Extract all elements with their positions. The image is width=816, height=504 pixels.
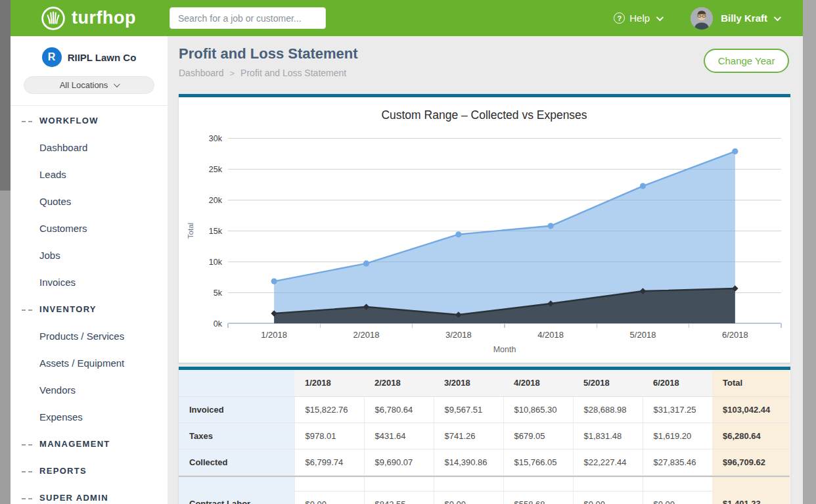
left-scrollbar[interactable] xyxy=(0,0,11,504)
breadcrumb-dashboard[interactable]: Dashboard xyxy=(179,68,224,79)
tree-dash-icon xyxy=(22,498,32,499)
y-tick-label: 5k xyxy=(214,288,223,298)
table-cell: $0.00 xyxy=(434,491,503,504)
y-tick-label: 20k xyxy=(209,196,223,205)
table-cell: $27,835.46 xyxy=(643,449,712,475)
page-title: Profit and Loss Statement xyxy=(179,45,790,62)
table-cell: $22,227.44 xyxy=(573,449,643,475)
sidebar-section-inventory[interactable]: INVENTORY xyxy=(11,296,168,323)
tree-dash-icon xyxy=(22,471,32,472)
sidebar-section-label: WORKFLOW xyxy=(39,116,99,126)
table-row-contract-labor: Contract Labor$0.00$842.55$0.00$558.68$0… xyxy=(179,491,790,504)
x-tick-label: 2/2018 xyxy=(353,330,380,340)
table-cell: $558.68 xyxy=(503,491,573,504)
chevron-down-icon xyxy=(114,81,120,87)
table-cell: $1,831.48 xyxy=(573,423,643,449)
data-point-collected[interactable] xyxy=(455,231,461,237)
table-cell: $9,567.51 xyxy=(434,396,503,423)
table-cell: $0.00 xyxy=(643,491,712,504)
table-row-invoiced: Invoiced$15,822.76$6,780.64$9,567.51$10,… xyxy=(179,396,790,423)
change-year-button[interactable]: Change Year xyxy=(704,49,789,73)
user-avatar[interactable] xyxy=(691,7,713,30)
tree-dash-icon xyxy=(22,444,32,446)
sidebar-item-jobs[interactable]: Jobs xyxy=(11,242,168,269)
collected-vs-expenses-chart: Custom Range – Collected vs Expenses0k5k… xyxy=(179,97,790,363)
sidebar-item-products-services[interactable]: Products / Services xyxy=(11,323,168,350)
table-cell: $978.01 xyxy=(294,423,364,449)
help-menu[interactable]: ? Help xyxy=(614,12,662,24)
row-total: $1,401.23 xyxy=(712,491,790,504)
table-cell: $0.00 xyxy=(573,491,643,504)
x-tick-label: 4/2018 xyxy=(537,330,564,340)
data-point-collected[interactable] xyxy=(732,149,738,154)
y-axis-title: Total xyxy=(187,223,194,239)
sidebar-nav: WORKFLOWDashboardLeadsQuotesCustomersJob… xyxy=(11,106,168,504)
sidebar-item-dashboard[interactable]: Dashboard xyxy=(11,134,168,161)
company-name: RIIPL Lawn Co xyxy=(68,52,137,63)
user-name[interactable]: Billy Kraft xyxy=(721,12,767,24)
sidebar-section-workflow[interactable]: WORKFLOW xyxy=(11,107,168,134)
table-cell: $14,390.86 xyxy=(434,449,503,475)
x-tick-label: 5/2018 xyxy=(630,330,656,340)
table-header-row: 1/20182/20183/20184/20185/20186/2018Tota… xyxy=(179,370,790,396)
row-total: $6,280.64 xyxy=(712,423,790,449)
sidebar-item-assets-equipment[interactable]: Assets / Equipment xyxy=(11,350,168,377)
sidebar-item-vendors[interactable]: Vendors xyxy=(11,377,168,403)
sidebar-item-quotes[interactable]: Quotes xyxy=(11,188,168,215)
sidebar-section-super-admin[interactable]: SUPER ADMIN xyxy=(11,484,168,504)
tree-dash-icon xyxy=(22,121,32,122)
pl-table-card: 1/20182/20183/20184/20185/20186/2018Tota… xyxy=(179,367,790,504)
table-cell: $431.64 xyxy=(364,423,434,449)
column-header-2-2018: 2/2018 xyxy=(364,370,434,396)
column-header-4-2018: 4/2018 xyxy=(503,370,573,396)
table-row-taxes: Taxes$978.01$431.64$741.26$679.05$1,831.… xyxy=(179,423,790,449)
table-cell: $28,688.98 xyxy=(573,396,643,423)
sidebar-section-label: SUPER ADMIN xyxy=(39,493,108,503)
row-label: Collected xyxy=(179,449,294,475)
location-selector-label: All Locations xyxy=(60,80,108,90)
breadcrumb-separator: > xyxy=(230,68,235,79)
sidebar-item-leads[interactable]: Leads xyxy=(11,161,168,188)
user-menu-chevron-icon[interactable] xyxy=(774,13,781,20)
pl-table: 1/20182/20183/20184/20185/20186/2018Tota… xyxy=(179,370,790,504)
data-point-collected[interactable] xyxy=(363,260,369,266)
table-cell: $15,822.76 xyxy=(294,396,364,423)
spacer-row xyxy=(179,477,790,491)
column-header-5-2018: 5/2018 xyxy=(573,370,643,396)
top-header: turfhop ? Help Billy Kraft xyxy=(11,0,803,36)
table-row-collected: Collected$6,799.74$9,690.07$14,390.86$15… xyxy=(179,449,790,475)
data-point-collected[interactable] xyxy=(548,223,554,229)
help-label: Help xyxy=(629,12,650,24)
table-cell: $679.05 xyxy=(503,423,573,449)
sidebar-section-management[interactable]: MANAGEMENT xyxy=(11,430,168,457)
row-total: $103,042.44 xyxy=(712,396,790,423)
data-point-collected[interactable] xyxy=(640,183,646,189)
y-tick-label: 25k xyxy=(209,165,223,174)
row-label: Invoiced xyxy=(179,396,294,423)
table-cell: $9,690.07 xyxy=(364,449,434,475)
sidebar-item-expenses[interactable]: Expenses xyxy=(11,403,168,430)
location-selector[interactable]: All Locations xyxy=(24,76,154,94)
search-input[interactable] xyxy=(170,7,326,29)
sidebar-company-section: R RIIPL Lawn Co All Locations xyxy=(11,36,168,106)
data-point-collected[interactable] xyxy=(271,278,277,284)
sidebar-item-customers[interactable]: Customers xyxy=(11,215,168,242)
table-cell: $6,780.64 xyxy=(364,396,434,423)
sidebar-item-invoices[interactable]: Invoices xyxy=(11,269,168,296)
row-total: $96,709.62 xyxy=(712,449,790,475)
y-tick-label: 0k xyxy=(214,319,223,329)
help-icon: ? xyxy=(614,12,625,24)
app-logo[interactable]: turfhop xyxy=(41,6,136,31)
table-cell: $15,766.05 xyxy=(503,449,573,475)
avatar-photo-icon xyxy=(691,7,713,30)
company-logo: R xyxy=(42,47,62,67)
chart-card: Custom Range – Collected vs Expenses0k5k… xyxy=(179,94,790,363)
table-cell: $1,619.20 xyxy=(643,423,712,449)
main-content: Profit and Loss Statement Dashboard > Pr… xyxy=(179,36,790,504)
column-header-1-2018: 1/2018 xyxy=(294,370,364,396)
sidebar-section-reports[interactable]: REPORTS xyxy=(11,457,168,484)
right-scrollbar[interactable] xyxy=(803,0,816,504)
row-label: Taxes xyxy=(179,423,294,449)
left-scrollbar-thumb[interactable] xyxy=(0,0,11,191)
column-header-3-2018: 3/2018 xyxy=(434,370,503,396)
